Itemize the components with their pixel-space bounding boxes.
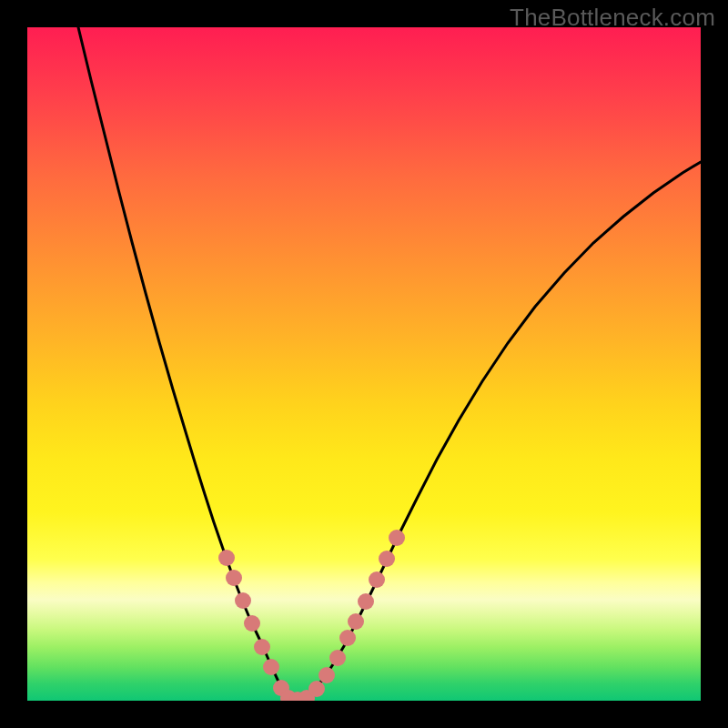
plot-area (27, 27, 701, 701)
curve-left (78, 27, 297, 700)
data-dot (235, 592, 251, 609)
data-dot (339, 630, 356, 646)
data-dot (358, 593, 374, 610)
data-dot (369, 571, 385, 588)
curve-overlay (27, 27, 701, 701)
data-dot (389, 530, 405, 546)
data-dot (379, 551, 395, 567)
data-dot (244, 615, 260, 632)
data-dot (348, 613, 364, 630)
data-dot (226, 570, 242, 586)
data-dot (308, 681, 325, 697)
data-dot (329, 650, 346, 666)
data-dot (254, 639, 270, 655)
chart-frame: TheBottleneck.com (0, 0, 728, 728)
watermark-text: TheBottleneck.com (510, 4, 715, 32)
data-dots (218, 530, 405, 701)
data-dot (263, 659, 279, 675)
data-dot (218, 550, 235, 566)
data-dot (318, 667, 335, 683)
